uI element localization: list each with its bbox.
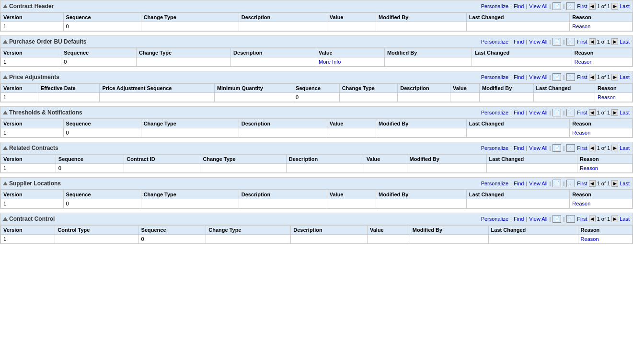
personalize-link-thresholds-notifications[interactable]: Personalize [481, 110, 508, 115]
th-reason: Reason [570, 119, 633, 128]
export-icon-contract-control[interactable]: 📄 [552, 215, 561, 223]
next-btn-price-adjustments[interactable]: ▶ [611, 74, 618, 80]
next-btn-purchase-order-bu-defaults[interactable]: ▶ [611, 38, 618, 45]
grid-icon-purchase-order-bu-defaults[interactable]: ⋮ [566, 38, 575, 46]
next-btn-contract-header[interactable]: ▶ [611, 3, 618, 10]
controls-area-related-contracts: Personalize | Find | View All | 📄 | ⋮Fir… [481, 144, 630, 152]
export-icon-purchase-order-bu-defaults[interactable]: 📄 [552, 38, 561, 46]
find-link-contract-control[interactable]: Find [514, 216, 524, 222]
sep1-price-adjustments: | [510, 74, 512, 80]
section-title-price-adjustments: Price Adjustments [9, 74, 59, 80]
prev-btn-purchase-order-bu-defaults[interactable]: ◀ [589, 38, 596, 45]
sep3-purchase-order-bu-defaults: | [550, 39, 551, 45]
first-link-related-contracts[interactable]: First [577, 145, 587, 151]
last-link-price-adjustments[interactable]: Last [620, 74, 630, 80]
find-link-related-contracts[interactable]: Find [514, 145, 524, 151]
view-all-link-thresholds-notifications[interactable]: View All [529, 110, 547, 115]
prev-btn-contract-control[interactable]: ◀ [589, 216, 596, 222]
find-link-price-adjustments[interactable]: Find [514, 74, 524, 80]
reason-link-1-0[interactable]: Reason [575, 59, 593, 65]
grid-icon-price-adjustments[interactable]: ⋮ [566, 73, 575, 81]
collapse-icon-thresholds-notifications[interactable] [3, 111, 8, 114]
export-icon-price-adjustments[interactable]: 📄 [552, 73, 561, 81]
collapse-icon-price-adjustments[interactable] [3, 75, 8, 79]
next-btn-thresholds-notifications[interactable]: ▶ [611, 109, 618, 116]
prev-btn-related-contracts[interactable]: ◀ [589, 145, 596, 151]
first-link-purchase-order-bu-defaults[interactable]: First [577, 39, 587, 45]
section-contract-header: Contract HeaderPersonalize | Find | View… [0, 0, 633, 32]
grid-icon-related-contracts[interactable]: ⋮ [566, 144, 575, 152]
last-link-purchase-order-bu-defaults[interactable]: Last [620, 39, 630, 45]
table-cell-4-0-4 [286, 164, 364, 173]
collapse-icon-purchase-order-bu-defaults[interactable] [3, 40, 8, 44]
th-sequence: Sequence [138, 226, 206, 235]
th-value: Value [364, 155, 407, 164]
table-cell-4-0-1: 0 [56, 164, 124, 173]
personalize-link-price-adjustments[interactable]: Personalize [481, 74, 508, 80]
sep4-contract-control: | [563, 216, 564, 222]
find-link-purchase-order-bu-defaults[interactable]: Find [514, 39, 524, 45]
personalize-link-purchase-order-bu-defaults[interactable]: Personalize [481, 39, 508, 45]
personalize-link-contract-control[interactable]: Personalize [481, 216, 508, 222]
th-modified-by: Modified By [376, 13, 467, 22]
view-all-link-purchase-order-bu-defaults[interactable]: View All [529, 39, 547, 45]
next-btn-related-contracts[interactable]: ▶ [611, 145, 618, 151]
first-link-thresholds-notifications[interactable]: First [577, 110, 587, 115]
view-all-link-related-contracts[interactable]: View All [529, 145, 547, 151]
personalize-link-contract-header[interactable]: Personalize [481, 3, 508, 9]
view-all-link-supplier-locations[interactable]: View All [529, 181, 547, 186]
th-description: Description [286, 155, 364, 164]
prev-btn-supplier-locations[interactable]: ◀ [589, 180, 596, 187]
reason-link-4-0[interactable]: Reason [580, 165, 598, 171]
first-link-contract-control[interactable]: First [577, 216, 587, 222]
prev-btn-price-adjustments[interactable]: ◀ [589, 74, 596, 80]
view-all-link-price-adjustments[interactable]: View All [529, 74, 547, 80]
th-modified-by: Modified By [376, 119, 467, 128]
personalize-link-supplier-locations[interactable]: Personalize [481, 181, 508, 186]
reason-link-5-0[interactable]: Reason [572, 201, 590, 206]
prev-btn-contract-header[interactable]: ◀ [589, 3, 596, 10]
find-link-thresholds-notifications[interactable]: Find [514, 110, 524, 115]
more-info-link-1-0[interactable]: More Info [319, 59, 341, 65]
personalize-link-related-contracts[interactable]: Personalize [481, 145, 508, 151]
last-link-supplier-locations[interactable]: Last [620, 181, 630, 186]
first-link-price-adjustments[interactable]: First [577, 74, 587, 80]
grid-icon-contract-header[interactable]: ⋮ [566, 2, 575, 10]
export-icon-thresholds-notifications[interactable]: 📄 [552, 109, 561, 116]
first-link-supplier-locations[interactable]: First [577, 181, 587, 186]
th-reason: Reason [570, 13, 633, 22]
prev-btn-thresholds-notifications[interactable]: ◀ [589, 109, 596, 116]
find-link-contract-header[interactable]: Find [514, 3, 524, 9]
table-cell-0-0-4 [327, 22, 376, 31]
grid-icon-thresholds-notifications[interactable]: ⋮ [566, 109, 575, 116]
next-btn-supplier-locations[interactable]: ▶ [611, 180, 618, 187]
collapse-icon-related-contracts[interactable] [3, 146, 8, 150]
reason-link-6-0[interactable]: Reason [581, 236, 599, 242]
th-sequence: Sequence [61, 48, 137, 57]
sep4-supplier-locations: | [563, 181, 564, 186]
last-link-thresholds-notifications[interactable]: Last [620, 110, 630, 115]
export-icon-supplier-locations[interactable]: 📄 [552, 180, 561, 187]
grid-icon-supplier-locations[interactable]: ⋮ [566, 180, 575, 187]
table-cell-5-0-4 [327, 199, 376, 208]
collapse-icon-contract-control[interactable] [3, 217, 8, 221]
view-all-link-contract-control[interactable]: View All [529, 216, 547, 222]
collapse-icon-contract-header[interactable] [3, 4, 8, 8]
last-link-related-contracts[interactable]: Last [620, 145, 630, 151]
reason-link-3-0[interactable]: Reason [572, 130, 590, 136]
export-icon-related-contracts[interactable]: 📄 [552, 144, 561, 152]
reason-link-2-0[interactable]: Reason [598, 94, 616, 100]
table-row: 10More InfoReason [1, 57, 633, 67]
grid-icon-contract-control[interactable]: ⋮ [566, 215, 575, 223]
find-link-supplier-locations[interactable]: Find [514, 181, 524, 186]
reason-link-0-0[interactable]: Reason [572, 23, 590, 29]
section-title-thresholds-notifications: Thresholds & Notifications [9, 109, 82, 116]
next-btn-contract-control[interactable]: ▶ [611, 216, 618, 222]
last-link-contract-control[interactable]: Last [620, 216, 630, 222]
section-price-adjustments: Price AdjustmentsPersonalize | Find | Vi… [0, 71, 633, 102]
export-icon-contract-header[interactable]: 📄 [552, 2, 561, 10]
first-link-contract-header[interactable]: First [577, 3, 587, 9]
last-link-contract-header[interactable]: Last [620, 3, 630, 9]
view-all-link-contract-header[interactable]: View All [529, 3, 547, 9]
collapse-icon-supplier-locations[interactable] [3, 182, 8, 185]
